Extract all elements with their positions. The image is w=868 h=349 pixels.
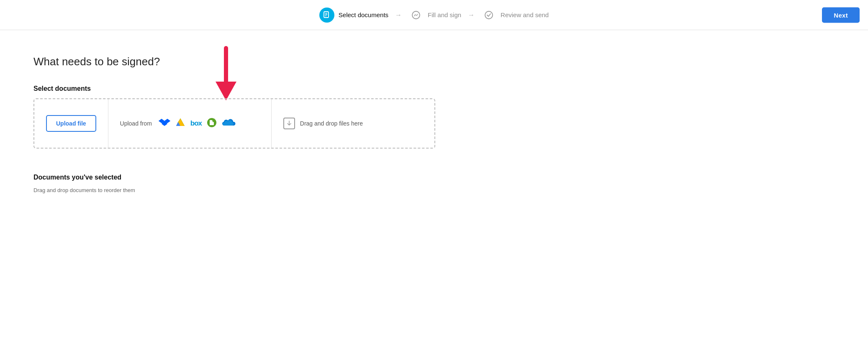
step1-icon xyxy=(319,8,334,23)
upload-left-section: Upload file xyxy=(34,99,108,148)
box-icon[interactable]: box xyxy=(190,119,202,128)
arrow1: → xyxy=(395,11,402,19)
google-drive-icon[interactable] xyxy=(175,117,186,130)
page-title: What needs to be signed? xyxy=(33,55,469,68)
step-fill-sign[interactable]: Fill and sign xyxy=(403,8,466,23)
onedrive-icon[interactable] xyxy=(222,117,236,130)
documents-selected-label: Documents you've selected xyxy=(33,174,469,181)
step3-icon xyxy=(481,8,496,23)
upload-middle-section: Upload from xyxy=(108,99,272,148)
step2-icon xyxy=(408,8,424,23)
step-review-send[interactable]: Review and send xyxy=(476,8,554,23)
documents-selected-subtitle: Drag and drop documents to reorder them xyxy=(33,187,469,193)
cloud-icons: box xyxy=(159,117,236,130)
drag-drop-icon xyxy=(283,118,295,129)
select-documents-label: Select documents xyxy=(33,85,469,92)
drag-drop-text: Drag and drop files here xyxy=(300,120,363,127)
arrow2: → xyxy=(468,11,475,19)
upload-box: Upload file Upload from xyxy=(33,98,435,149)
evernote-icon[interactable] xyxy=(206,117,218,130)
upload-from-label: Upload from xyxy=(120,120,152,127)
steps-nav: Select documents → Fill and sign → Rev xyxy=(314,8,554,23)
svg-point-5 xyxy=(485,11,493,19)
drag-drop-section: Drag and drop files here xyxy=(272,99,434,148)
header: Select documents → Fill and sign → Rev xyxy=(0,0,868,30)
step-select-documents[interactable]: Select documents xyxy=(314,8,393,23)
red-arrow xyxy=(209,44,243,104)
upload-file-button[interactable]: Upload file xyxy=(46,115,96,132)
dropbox-icon[interactable] xyxy=(159,117,170,130)
main-content: What needs to be signed? Select document… xyxy=(0,30,502,210)
documents-selected-section: Documents you've selected Drag and drop … xyxy=(33,174,469,193)
step1-label: Select documents xyxy=(339,11,388,18)
next-button[interactable]: Next xyxy=(822,7,860,23)
step3-label: Review and send xyxy=(501,11,549,18)
step2-label: Fill and sign xyxy=(428,11,461,18)
